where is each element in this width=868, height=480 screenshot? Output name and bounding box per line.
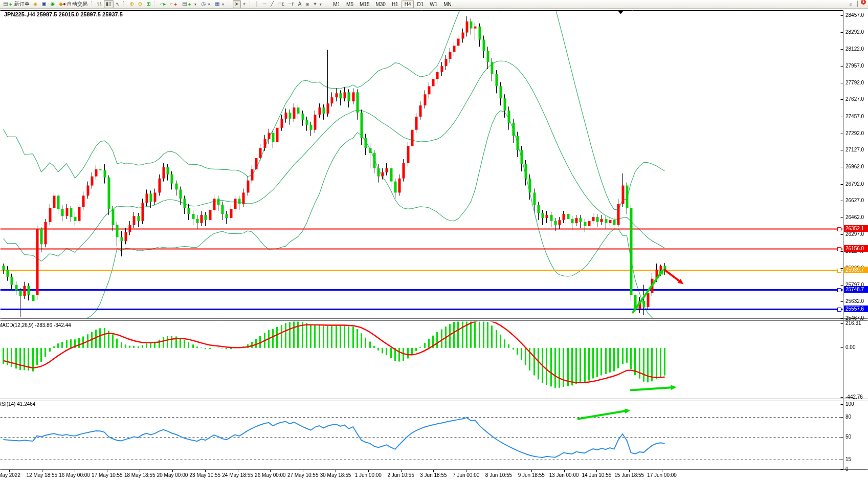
chat-bubble-icon — [857, 1, 858, 7]
x-axis-label: 13 Jun 00:00 — [549, 472, 579, 478]
top-toolbar: ▤＋ 新订单 ◈ ▣ ◉ ◆● 自动交易 ⫯⫰ ▮▯ ∿ ⊕ ⊖ ⊞ ⌐▸ ⌐＋… — [0, 0, 868, 9]
trendline-icon: ╱ — [271, 1, 274, 7]
price-axis-tick: 27627.0 — [845, 96, 868, 102]
timeframe-mn[interactable]: MN — [440, 1, 455, 8]
text-tool[interactable]: A — [296, 0, 304, 8]
macd-axis-tick: 0.00 — [845, 344, 868, 350]
x-axis-label: 1 Jun 00:00 — [355, 472, 382, 478]
add-indicator-icon: ▤＋ — [182, 1, 192, 7]
add-indicator-button[interactable]: ▤＋▼ — [180, 0, 199, 8]
price-level-tag[interactable]: 25557.6 — [844, 306, 868, 312]
toolbar-separator — [91, 1, 94, 7]
terminal-button[interactable]: ▣ — [39, 0, 48, 8]
toolbar-separator — [123, 1, 126, 7]
timeframe-m1[interactable]: M1 — [330, 1, 343, 8]
crosshair-icon: ⌖ — [243, 1, 246, 7]
timeframe-d1[interactable]: D1 — [414, 1, 427, 8]
timeframe-bar: M1M5M15M30H1H4D1W1MN — [330, 1, 455, 8]
rsi-axis-tick: 0 — [845, 466, 868, 472]
auto-trading-label: 自动交易 — [67, 1, 87, 8]
zoom-out-icon: ⊖ — [138, 1, 142, 7]
x-axis-label: 12 May 18:55 — [26, 472, 57, 478]
fibo-fan-icon: ┄ꜰ — [288, 1, 294, 7]
toolbar-separator — [326, 1, 328, 7]
price-axis-tick: 26462.0 — [845, 214, 868, 220]
price-axis-tick: 28122.0 — [845, 46, 868, 52]
tile-windows-icon: ⊞ — [146, 1, 150, 7]
rsi-axis-tick: 15 — [845, 456, 868, 462]
vertical-line-icon: │ — [256, 1, 259, 7]
text-icon: A — [298, 1, 302, 7]
x-axis-label: 7 Jun 00:00 — [453, 472, 479, 478]
clock-icon: ◷ — [201, 1, 206, 7]
x-axis-label: 20 May 00:00 — [157, 472, 188, 478]
book-icon: ◈ — [33, 1, 37, 7]
chart-canvas[interactable] — [0, 0, 868, 480]
chart-shift-button[interactable]: ⌐＋ — [168, 0, 180, 8]
arrow-objects-icon: ✦ — [313, 1, 317, 7]
rsi-axis-tick: 50 — [845, 434, 868, 440]
crosshair-tool-button[interactable]: ⌖ — [241, 0, 248, 8]
arrows-tool[interactable]: ✦▼ — [311, 0, 324, 8]
chart-ohlc-title: JPN225-,H4 25987.5 26015.0 25897.5 25937… — [4, 11, 123, 17]
periods-button[interactable]: ◷▼ — [199, 0, 213, 8]
x-axis-label: 30 May 18:55 — [320, 472, 351, 478]
auto-trading-icon: ◆● — [59, 1, 66, 7]
price-axis-tick: 27127.0 — [845, 147, 868, 152]
notifications-button[interactable]: 1 — [857, 1, 864, 8]
fibo-fan-tool[interactable]: ┄ꜰ — [286, 0, 296, 8]
x-axis-label: 2 Jun 10:55 — [387, 472, 414, 478]
toolbar-right-group: ⌕ 1 — [849, 1, 868, 8]
search-icon[interactable]: ⌕ — [849, 1, 853, 7]
x-axis-label: 15 Jun 18:55 — [614, 472, 644, 478]
zoom-in-button[interactable]: ⊕ — [127, 0, 136, 8]
candlestick-icon: ▮▯ — [106, 1, 112, 7]
timeframe-h1[interactable]: H1 — [389, 1, 402, 8]
price-axis-tick: 27957.0 — [845, 63, 868, 69]
bar-chart-button[interactable]: ⫯⫰ — [95, 0, 104, 8]
price-level-tag[interactable]: 26156.0 — [844, 245, 868, 252]
trendline-tool[interactable]: ╱ — [269, 0, 276, 8]
text-label-tool[interactable]: ⧆ — [303, 0, 310, 8]
notification-badge: 1 — [861, 0, 866, 5]
fibonacci-tool[interactable]: 𝄘ᴇ — [276, 0, 286, 8]
price-axis-tick: 28457.0 — [845, 12, 868, 18]
price-level-tag[interactable]: 25939.7 — [844, 267, 868, 273]
candlestick-chart-button[interactable]: ▮▯ — [104, 0, 114, 8]
template-icon: ▦ — [215, 1, 219, 7]
price-level-tag[interactable]: 26352.1 — [844, 225, 868, 232]
vertical-line-tool[interactable]: │ — [254, 0, 261, 8]
timeframe-m30[interactable]: M30 — [372, 1, 388, 8]
cursor-tool-button[interactable]: ➤ — [233, 0, 241, 8]
x-axis-label: 16 May 00:00 — [59, 472, 90, 478]
new-order-button[interactable]: ▤＋ 新订单 — [1, 0, 31, 8]
price-axis-tick: 27292.0 — [845, 130, 868, 136]
horizontal-line-tool[interactable]: ─ — [261, 0, 269, 8]
templates-button[interactable]: ▦▼ — [213, 0, 227, 8]
price-axis-tick: 26792.0 — [845, 181, 868, 187]
chevron-down-icon: ▼ — [207, 3, 211, 6]
cursor-icon: ➤ — [235, 1, 239, 7]
macd-axis-tick: 216.31 — [845, 320, 868, 326]
line-chart-icon: ∿ — [116, 1, 120, 7]
timeframe-w1[interactable]: W1 — [427, 1, 440, 8]
line-chart-button[interactable]: ∿ — [114, 0, 122, 8]
timeframe-m15[interactable]: M15 — [357, 1, 372, 8]
bar-chart-icon: ⫯⫰ — [97, 1, 102, 7]
signal-button[interactable]: ◉ — [49, 0, 57, 8]
history-center-button[interactable]: ◈ — [31, 0, 39, 8]
toolbar-separator — [250, 1, 252, 7]
timeframe-m5[interactable]: M5 — [343, 1, 357, 8]
macd-axis-tick: -442.76 — [845, 394, 868, 400]
timeframe-h4[interactable]: H4 — [402, 1, 414, 8]
auto-scroll-icon: ⌐▸ — [160, 1, 166, 7]
zoom-out-button[interactable]: ⊖ — [136, 0, 144, 8]
price-level-tag[interactable]: 25748.7 — [844, 286, 868, 293]
price-axis-tick: 26297.0 — [845, 231, 868, 237]
zoom-in-icon: ⊕ — [129, 1, 133, 7]
auto-scroll-button[interactable]: ⌐▸ — [158, 0, 168, 8]
toolbar-separator — [229, 1, 231, 7]
rsi-axis-tick: 80 — [845, 414, 868, 420]
tile-windows-button[interactable]: ⊞ — [144, 0, 152, 8]
auto-trading-button[interactable]: ◆● 自动交易 — [57, 0, 90, 8]
